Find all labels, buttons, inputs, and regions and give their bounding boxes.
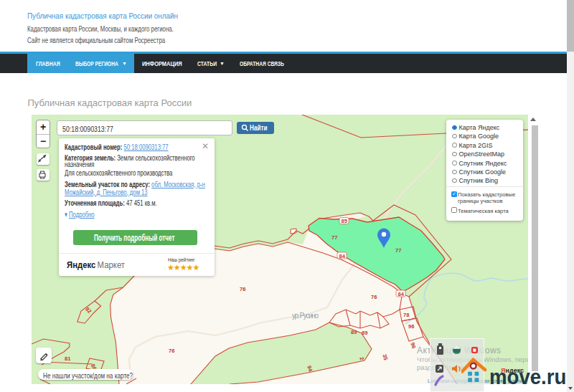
svg-text:76: 76 xyxy=(371,294,377,300)
svg-text:84: 84 xyxy=(398,291,405,297)
svg-text:77: 77 xyxy=(331,234,337,241)
svg-text:78: 78 xyxy=(403,312,409,318)
svg-text:85: 85 xyxy=(342,218,347,224)
svg-text:89: 89 xyxy=(362,330,367,336)
svg-text:ур. Русино: ур. Русино xyxy=(292,312,319,320)
svg-text:81: 81 xyxy=(65,355,70,362)
svg-text:84: 84 xyxy=(339,253,346,259)
svg-text:96: 96 xyxy=(408,323,414,330)
svg-text:89: 89 xyxy=(351,329,357,335)
svg-text:76: 76 xyxy=(240,286,245,292)
svg-text:76: 76 xyxy=(169,348,174,354)
svg-text:77: 77 xyxy=(395,247,401,254)
